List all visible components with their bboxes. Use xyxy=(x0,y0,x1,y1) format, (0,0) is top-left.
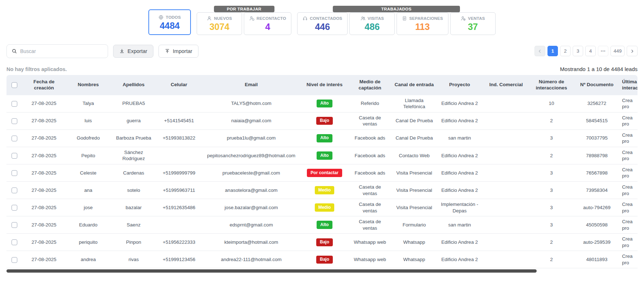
cell-ind xyxy=(482,251,530,268)
column-header-proyecto: Proyecto xyxy=(437,75,482,95)
cell-canal: Canal De Prueba xyxy=(392,112,437,129)
stat-card-label: VISITAS xyxy=(368,16,384,21)
cell-nombres: luis xyxy=(66,112,111,129)
cell-ind xyxy=(482,234,530,251)
cell-apellidos: Pinpon xyxy=(111,234,156,251)
cell-medio: Caseta de ventas xyxy=(348,216,392,234)
export-button[interactable]: Exportar xyxy=(113,45,153,58)
stat-card-header: CONTACTADOS xyxy=(303,16,342,21)
stat-card-recontacto[interactable]: RECONTACTO4 xyxy=(244,12,291,35)
import-button[interactable]: Importar xyxy=(158,45,198,58)
table-row[interactable]: 27-08-2025EduardoSaenzedsprnt@gmail.comA… xyxy=(6,216,638,234)
cell-canal: Contacto Web xyxy=(392,147,437,164)
pagination-prev-button[interactable] xyxy=(535,46,545,56)
globe-icon xyxy=(158,15,164,20)
cell-ind xyxy=(482,112,530,129)
pagination-page-3[interactable]: 3 xyxy=(573,46,583,56)
cell-email: pruebaceleste@gmail.com xyxy=(202,164,301,181)
cell-interes: Alto xyxy=(301,129,348,147)
cell-celular xyxy=(156,95,202,113)
table-row[interactable]: 27-08-2025anasotelo+51995963711anasotelo… xyxy=(6,181,638,199)
download-icon xyxy=(119,48,125,54)
cell-apellidos: Saenz xyxy=(111,216,156,234)
cell-canal: Visita Presencial xyxy=(392,199,437,216)
column-header-doc: Nº Documento xyxy=(573,75,621,95)
table-row[interactable]: 27-08-2025luisguerra+5141545451naiaia@gm… xyxy=(6,112,638,129)
row-checkbox[interactable] xyxy=(12,222,17,228)
cell-fecha: 27-08-2025 xyxy=(22,181,66,199)
scrollbar-thumb[interactable] xyxy=(6,269,537,273)
cell-celular: +51956222333 xyxy=(156,234,202,251)
cell-apellidos: Cardenas xyxy=(111,164,156,181)
interest-badge: Por contactar xyxy=(307,169,342,177)
cell-ultima: Crea pro xyxy=(621,181,638,199)
stat-card-visitas[interactable]: VISITAS486 xyxy=(349,12,395,35)
cell-fecha: 27-08-2025 xyxy=(22,164,66,181)
row-checkbox-cell xyxy=(6,129,22,147)
stat-card-nuevos[interactable]: NUEVOS3074 xyxy=(197,12,242,35)
cell-medio: Caseta de ventas xyxy=(348,199,392,216)
cell-medio: Caseta de ventas xyxy=(348,112,392,129)
cell-apellidos: sotelo xyxy=(111,181,156,199)
pagination-pages: 1234•••449 xyxy=(547,46,625,56)
cell-ind xyxy=(482,164,530,181)
cell-celular: +51995963711 xyxy=(156,181,202,199)
cell-apellidos: PRUEBA5 xyxy=(111,95,156,113)
new-person-icon xyxy=(207,16,212,21)
cell-ultima: Crea pro xyxy=(621,164,638,181)
pagination-next-button[interactable] xyxy=(627,46,638,56)
cell-proyecto: Edificio Andrea 2 xyxy=(437,164,482,181)
cell-email: TALY5@hotm.com xyxy=(202,95,301,113)
row-checkbox-cell xyxy=(6,164,22,181)
table-row[interactable]: 27-08-2025GodofredoBarboza Prueba+519938… xyxy=(6,129,638,147)
row-checkbox[interactable] xyxy=(12,257,17,263)
pagination-page-449[interactable]: 449 xyxy=(611,46,625,56)
stat-card-value: 486 xyxy=(355,22,389,32)
stat-card-contactados[interactable]: CONTACTADOS446 xyxy=(297,12,348,35)
cell-canal: Whatsapp xyxy=(392,234,437,251)
cell-medio: Whatsapp web xyxy=(348,251,392,268)
stat-card-separaciones[interactable]: SEPARACIONES113 xyxy=(397,12,448,35)
cell-celular: +51912635486 xyxy=(156,199,202,216)
stat-card-todos[interactable]: TODOS 4484 xyxy=(148,9,191,35)
row-checkbox[interactable] xyxy=(12,153,17,159)
select-all-checkbox[interactable] xyxy=(12,82,17,88)
cell-proyecto: Edificio Andrea 2 xyxy=(437,234,482,251)
pagination-page-1[interactable]: 1 xyxy=(547,46,558,56)
row-checkbox-cell xyxy=(6,216,22,234)
table-row[interactable]: 27-08-2025TalyaPRUEBA5TALY5@hotm.comAlto… xyxy=(6,95,638,113)
stat-card-label: CONTACTADOS xyxy=(310,16,342,21)
table-row[interactable]: 27-08-2025josebazalar+51912635486jose.ba… xyxy=(6,199,638,216)
stat-card-ventas[interactable]: VENTAS37 xyxy=(450,12,496,35)
column-header-celular: Celular xyxy=(156,75,202,95)
cell-ind xyxy=(482,181,530,199)
search-box[interactable] xyxy=(6,44,108,58)
row-checkbox[interactable] xyxy=(12,101,17,107)
table-row[interactable]: 27-08-2025andrearivas+51999123456andrea2… xyxy=(6,251,638,268)
column-header-canal: Canal de entrada xyxy=(392,75,437,95)
visit-icon xyxy=(361,16,366,21)
cell-num: 2 xyxy=(530,251,573,268)
row-checkbox[interactable] xyxy=(12,188,17,193)
pagination-ellipsis[interactable]: ••• xyxy=(598,46,609,56)
toolbar: Exportar Importar 1234•••449 xyxy=(0,44,644,58)
pagination-page-2[interactable]: 2 xyxy=(560,46,571,56)
table-row[interactable]: 27-08-2025periquitoPinpon+51956222333kte… xyxy=(6,234,638,251)
row-checkbox[interactable] xyxy=(12,239,17,245)
pagination-page-4[interactable]: 4 xyxy=(585,46,596,56)
cell-canal: Visita Presencial xyxy=(392,181,437,199)
row-checkbox[interactable] xyxy=(12,118,17,124)
cell-celular xyxy=(156,147,202,164)
search-input[interactable] xyxy=(20,48,103,54)
row-checkbox[interactable] xyxy=(12,205,17,211)
table-row[interactable]: 27-08-2025PepitoSánchez Rodríguezpepitos… xyxy=(6,147,638,164)
table-row[interactable]: 27-08-2025CelesteCardenas+51998999799pru… xyxy=(6,164,638,181)
cell-apellidos: guerra xyxy=(111,112,156,129)
horizontal-scrollbar[interactable] xyxy=(6,269,638,273)
cell-ultima: Crea pro xyxy=(621,234,638,251)
row-checkbox[interactable] xyxy=(12,136,17,141)
cell-canal: Llamada Telefónica xyxy=(392,95,437,113)
row-checkbox[interactable] xyxy=(12,170,17,176)
cell-ind xyxy=(482,129,530,147)
cell-num: 3 xyxy=(530,164,573,181)
